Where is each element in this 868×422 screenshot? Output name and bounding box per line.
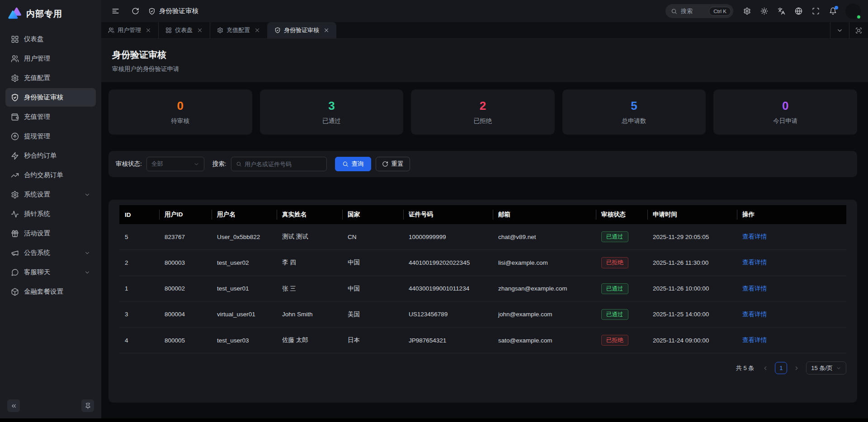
- sidebar-item[interactable]: 插针系统: [5, 205, 96, 223]
- sidebar-item-label: 提现管理: [24, 132, 90, 141]
- column-header: 邮箱: [493, 205, 596, 224]
- page-number-button[interactable]: 1: [775, 362, 787, 374]
- sidebar-item[interactable]: 秒合约订单: [5, 146, 96, 165]
- sidebar-item[interactable]: 公告系统: [5, 244, 96, 262]
- sidebar-item[interactable]: 用户管理: [5, 49, 96, 68]
- view-details-link[interactable]: 查看详情: [742, 311, 767, 318]
- cell-user-id: 800002: [159, 276, 212, 301]
- reset-button[interactable]: 重置: [376, 157, 410, 171]
- sidebar-item-icon: [11, 268, 19, 277]
- language-icon[interactable]: [774, 4, 788, 19]
- close-icon[interactable]: [145, 27, 151, 33]
- status-badge: 已拒绝: [601, 335, 628, 346]
- cell-username: virtual_user01: [212, 301, 277, 327]
- stat-label: 已拒绝: [474, 117, 492, 125]
- sidebar-item[interactable]: 客服聊天: [5, 263, 96, 281]
- table-card: ID 用户ID 用户名 真实姓名 国家 证件号码: [108, 200, 857, 403]
- page-size-select[interactable]: 15 条/页: [806, 361, 846, 375]
- stat-label: 已通过: [322, 117, 341, 125]
- sidebar-item-label: 插针系统: [24, 210, 90, 218]
- global-search[interactable]: 搜索 Ctrl K: [665, 4, 733, 18]
- column-header: 申请时间: [647, 205, 737, 224]
- view-details-link[interactable]: 查看详情: [742, 337, 767, 343]
- sidebar-item[interactable]: 金融套餐设置: [5, 282, 96, 301]
- cell-time: 2025-11-26 10:00:00: [647, 276, 737, 301]
- sidebar-item[interactable]: 系统设置: [5, 185, 96, 204]
- prev-page-button[interactable]: [760, 362, 770, 374]
- tab[interactable]: 充值配置: [210, 22, 267, 38]
- sidebar-item-label: 系统设置: [24, 190, 79, 199]
- chevron-down-icon: [84, 250, 90, 256]
- stat-card: 0 待审核: [108, 89, 252, 135]
- column-header: 真实姓名: [277, 205, 342, 224]
- cell-real-name: 张 三: [277, 276, 342, 301]
- view-details-link[interactable]: 查看详情: [742, 259, 767, 266]
- search-input[interactable]: [245, 161, 321, 168]
- cell-email: lisi@example.com: [493, 250, 596, 276]
- table-row: 1 800002 test_user01 张 三 中国 440300199001…: [119, 276, 846, 301]
- tab[interactable]: 仪表盘: [158, 22, 210, 38]
- sidebar-item-icon: [11, 171, 19, 179]
- cell-actions: 查看详情: [737, 301, 846, 327]
- pin-sidebar-button[interactable]: [81, 399, 94, 412]
- timezone-icon[interactable]: [791, 4, 806, 19]
- status-filter-select[interactable]: 全部: [146, 157, 204, 171]
- close-icon[interactable]: [197, 27, 203, 33]
- sidebar-item[interactable]: 充值配置: [5, 69, 96, 87]
- sidebar-item-label: 仪表盘: [24, 35, 90, 43]
- sidebar-menu: 仪表盘 用户管理 充值配置 身份验证审核: [0, 26, 101, 395]
- next-page-button[interactable]: [792, 362, 802, 374]
- column-header: 审核状态: [596, 205, 647, 224]
- tab-controls: [830, 22, 868, 38]
- collapse-sidebar-button[interactable]: [7, 399, 20, 412]
- cell-id: 3: [119, 301, 159, 327]
- sidebar-item[interactable]: 充值管理: [5, 108, 96, 126]
- settings-icon[interactable]: [740, 4, 754, 19]
- tab[interactable]: 用户管理: [101, 22, 158, 38]
- refresh-icon: [382, 161, 388, 167]
- sidebar-item-icon: [11, 132, 19, 141]
- chevron-down-icon: [836, 366, 841, 371]
- tab-label: 身份验证审核: [284, 26, 319, 34]
- refresh-icon[interactable]: [128, 5, 142, 18]
- theme-icon[interactable]: [757, 4, 771, 19]
- search-icon: [671, 8, 677, 14]
- avatar[interactable]: [845, 4, 861, 19]
- stat-value: 5: [631, 99, 637, 113]
- cell-status: 已拒绝: [596, 328, 647, 353]
- stat-card: 3 已通过: [260, 89, 404, 135]
- sidebar-item[interactable]: 合约交易订单: [5, 166, 96, 184]
- view-details-link[interactable]: 查看详情: [742, 233, 767, 240]
- cell-email: chat@v89.net: [493, 224, 596, 250]
- cell-status: 已通过: [596, 276, 647, 301]
- maximize-content-icon[interactable]: [849, 22, 868, 38]
- sidebar-item-icon: [11, 152, 19, 160]
- sidebar-item-label: 金融套餐设置: [24, 287, 90, 296]
- tab-icon: [274, 27, 281, 33]
- status-badge: 已通过: [601, 283, 628, 294]
- query-button[interactable]: 查询: [335, 157, 371, 171]
- sidebar-item[interactable]: 活动设置: [5, 224, 96, 243]
- view-details-link[interactable]: 查看详情: [742, 285, 767, 292]
- tab-label: 仪表盘: [175, 26, 193, 34]
- fullscreen-icon[interactable]: [808, 4, 823, 19]
- stat-value: 2: [480, 99, 486, 113]
- notification-badge: [835, 6, 838, 9]
- notifications-icon[interactable]: [826, 4, 840, 19]
- tab-list-dropdown[interactable]: [830, 22, 849, 38]
- chevron-down-icon: [84, 192, 90, 198]
- menu-fold-icon[interactable]: [108, 5, 122, 18]
- tab[interactable]: 身份验证审核: [267, 22, 336, 38]
- close-icon[interactable]: [254, 27, 260, 33]
- topbar-actions: [740, 4, 861, 19]
- breadcrumb-label: 身份验证审核: [159, 7, 198, 15]
- cell-cert-no: US123456789: [403, 301, 493, 327]
- close-icon[interactable]: [323, 27, 330, 33]
- stat-value: 0: [177, 99, 184, 113]
- sidebar-item[interactable]: 提现管理: [5, 127, 96, 145]
- sidebar-item[interactable]: 仪表盘: [5, 30, 96, 48]
- cell-time: 2025-11-29 20:05:05: [647, 224, 737, 250]
- sidebar-item-label: 合约交易订单: [24, 171, 90, 179]
- cell-cert-no: JP987654321: [403, 328, 493, 353]
- sidebar-item[interactable]: 身份验证审核: [5, 88, 96, 107]
